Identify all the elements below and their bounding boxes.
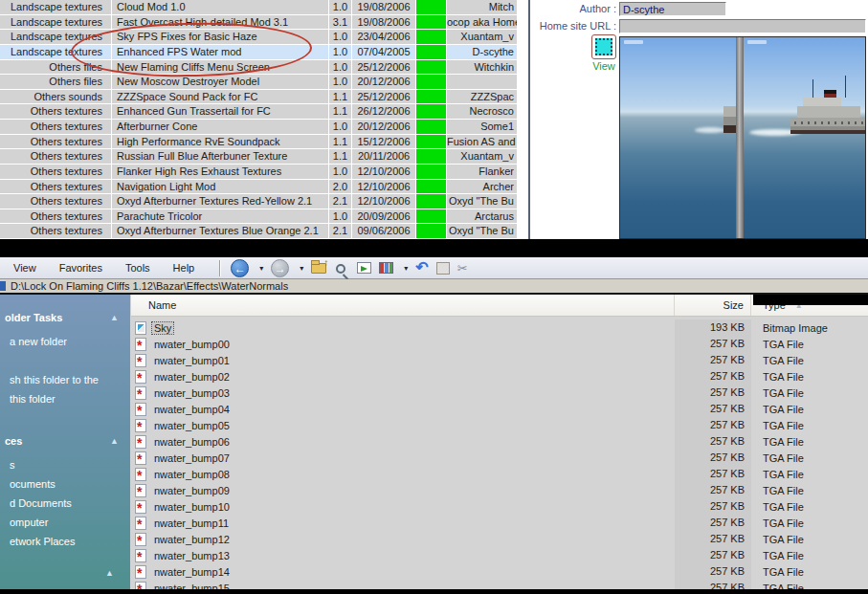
cut-icon[interactable]: ✂ [457, 261, 468, 275]
sidebar-place-item[interactable]: d Documents [10, 497, 119, 510]
file-row[interactable]: nwater_bump04 257 KB TGA File [131, 401, 868, 417]
file-row[interactable]: nwater_bump09 257 KB TGA File [131, 482, 868, 498]
mod-date-cell: 20/09/2006 [352, 209, 415, 224]
mod-table-row[interactable]: Others textures Enhanced Gun Trassertail… [0, 104, 517, 120]
sidebar-place-item[interactable]: omputer [10, 517, 119, 529]
sidebar-place-item[interactable]: etwork Places [10, 536, 119, 548]
file-row[interactable]: nwater_bump07 257 KB TGA File [131, 450, 868, 466]
file-size-cell: 257 KB [675, 417, 751, 433]
ship-bridge [803, 98, 841, 106]
sidebar-task-item[interactable]: this folder [10, 393, 119, 406]
file-name-cell: nwater_bump10 [131, 500, 675, 514]
mod-table-row[interactable]: Landscape textures Enhanced FPS Water mo… [0, 45, 517, 60]
mod-table-row[interactable]: Others textures Flanker High Res Exhaust… [0, 165, 517, 180]
author-label: Author : [530, 3, 616, 14]
search-icon[interactable] [336, 264, 345, 274]
file-row[interactable]: nwater_bump14 257 KB TGA File [131, 563, 868, 580]
mod-table-row[interactable]: Landscape textures Fast Overcast High-de… [0, 15, 517, 31]
mod-author-cell [447, 75, 517, 89]
column-header-size[interactable]: Size [675, 295, 751, 316]
mod-table-row[interactable]: Others textures Oxyd Afterburner Texture… [0, 224, 517, 239]
mod-table-row[interactable]: Landscape textures Cloud Mod 1.0 1.0 19/… [0, 0, 517, 15]
mod-table-row[interactable]: Others sounds ZZZSpace Sound Pack for FC… [0, 90, 517, 105]
file-name-label: nwater_bump01 [151, 354, 233, 367]
sidebar-section-folder-tasks[interactable]: older Tasks ▲ [5, 312, 119, 323]
mod-table-row[interactable]: Others textures Afterburner Cone 1.0 20/… [0, 120, 517, 135]
mod-date-cell: 07/04/2005 [352, 45, 415, 59]
mod-table-row[interactable]: Others textures Oxyd Afterburner Texture… [0, 194, 517, 209]
file-size-cell: 257 KB [675, 466, 751, 482]
mod-status-cell [415, 149, 447, 164]
mod-table-row[interactable]: Others textures Russian Full Blue Afterb… [0, 149, 517, 165]
file-row[interactable]: nwater_bump08 257 KB TGA File [131, 466, 868, 482]
mod-version-cell: 1.0 [329, 209, 352, 224]
file-type-cell: TGA File [751, 420, 804, 431]
mod-table-row[interactable]: Others textures High Performance RvE Sou… [0, 135, 517, 150]
mod-version-cell: 1.0 [329, 30, 352, 44]
collapse-arrow-icon[interactable]: ▲ [105, 568, 114, 578]
toolbar-separator [219, 260, 221, 276]
file-name-cell: nwater_bump11 [131, 517, 675, 530]
sidebar-task-item[interactable]: sh this folder to the [10, 374, 119, 386]
file-row[interactable]: nwater_bump03 257 KB TGA File [131, 385, 868, 401]
file-row[interactable]: nwater_bump05 257 KB TGA File [131, 417, 868, 433]
mod-table-row[interactable]: Others files New Moscow Destroyer Model … [0, 75, 517, 90]
forward-icon[interactable]: → [271, 259, 289, 277]
file-row[interactable]: nwater_bump12 257 KB TGA File [131, 531, 868, 547]
file-name-label: Sky [151, 321, 174, 335]
file-row[interactable]: nwater_bump13 257 KB TGA File [131, 547, 868, 563]
mod-name-cell: Fast Overcast High-detailed Mod 3.1 [112, 15, 329, 30]
mod-date-cell: 15/12/2006 [352, 135, 415, 149]
sidebar-place-item[interactable]: ocuments [10, 478, 119, 491]
mod-table-row[interactable]: Landscape textures Sky FPS Fixes for Bas… [0, 30, 517, 45]
mod-date-cell: 23/04/2006 [352, 30, 415, 44]
file-row[interactable]: nwater_bump15 257 KB TGA File [131, 580, 868, 589]
ship-mast-aft [845, 76, 846, 98]
view-icon [595, 38, 612, 55]
sidebar-place-item[interactable]: s [10, 459, 119, 472]
file-row[interactable]: nwater_bump02 257 KB TGA File [131, 368, 868, 385]
file-row[interactable]: nwater_bump01 257 KB TGA File [131, 352, 868, 368]
file-row[interactable]: nwater_bump00 257 KB TGA File [131, 336, 868, 352]
mod-name-cell: Navigation Light Mod [112, 180, 329, 194]
delete-icon[interactable] [436, 262, 450, 275]
address-bar[interactable]: D:\Lock On Flaming Cliffs 1.12\Bazar\Eff… [0, 279, 868, 295]
forward-dropdown-icon[interactable]: ▾ [300, 264, 303, 273]
author-field[interactable] [619, 2, 726, 16]
mod-version-cell: 2.0 [329, 180, 352, 194]
file-row[interactable]: nwater_bump11 257 KB TGA File [131, 515, 868, 531]
folders-icon[interactable] [357, 262, 371, 274]
menu-view[interactable]: View [13, 262, 36, 274]
mod-table-row[interactable]: Others files New Flaming Cliffs Menu Scr… [0, 60, 517, 76]
mod-author-cell: Mitch [447, 0, 517, 14]
mod-table-row[interactable]: Others textures Navigation Light Mod 2.0… [0, 180, 517, 195]
homesite-field[interactable] [619, 19, 866, 33]
mod-version-cell: 1.1 [329, 90, 352, 104]
mod-category-cell: Others textures [0, 149, 112, 164]
menu-help[interactable]: Help [173, 262, 195, 274]
view-button[interactable]: View [588, 34, 620, 72]
up-folder-icon[interactable] [311, 263, 326, 274]
menu-favorites[interactable]: Favorites [59, 262, 102, 274]
back-dropdown-icon[interactable]: ▾ [259, 264, 263, 273]
file-row[interactable]: nwater_bump10 257 KB TGA File [131, 498, 868, 515]
mod-author-cell: Necrosco [447, 104, 517, 119]
sidebar-task-item[interactable]: a new folder [10, 336, 119, 348]
collapse-arrow-icon[interactable]: ▲ [110, 313, 119, 322]
mod-table-row[interactable]: Others textures Parachute Tricolor 1.0 2… [0, 209, 517, 225]
undo-icon[interactable]: ↶ [415, 261, 428, 275]
file-size-cell: 257 KB [675, 352, 751, 368]
views-icon[interactable] [379, 262, 393, 274]
mod-name-cell: Enhanced FPS Water mod [112, 45, 329, 59]
file-type-cell: TGA File [751, 339, 804, 350]
sidebar-section-other-places[interactable]: ces ▲ [5, 435, 119, 447]
collapse-arrow-icon[interactable]: ▲ [110, 436, 119, 446]
back-icon[interactable]: ← [231, 259, 249, 277]
column-header-name[interactable]: Name [131, 295, 675, 316]
views-dropdown-icon[interactable]: ▾ [404, 264, 408, 273]
file-row[interactable]: Sky 193 KB Bitmap Image [131, 319, 868, 336]
mod-author-cell: D-scythe [447, 45, 517, 59]
menu-tools[interactable]: Tools [125, 262, 150, 274]
file-row[interactable]: nwater_bump06 257 KB TGA File [131, 433, 868, 450]
file-type-cell: TGA File [751, 404, 804, 415]
